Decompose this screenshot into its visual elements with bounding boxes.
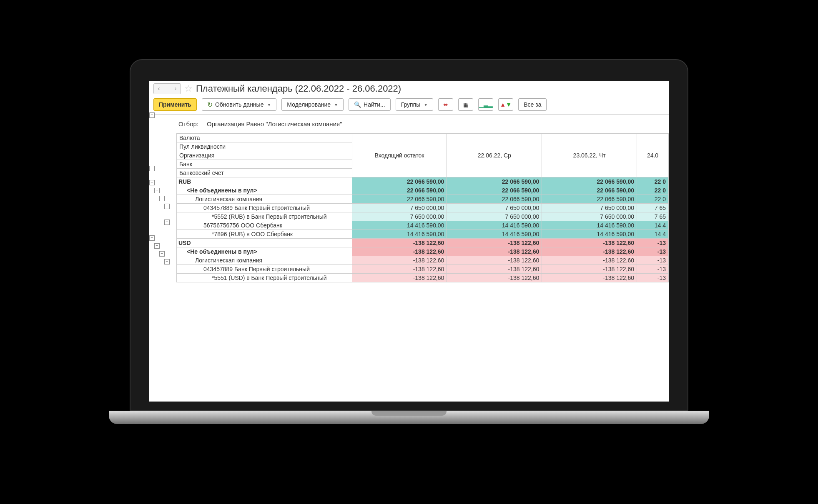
cell-value: 22 066 590,00 — [542, 177, 637, 186]
cell-value: 7 65 — [637, 212, 669, 221]
sort-arrows-icon: ▲▼ — [500, 101, 512, 108]
row-label: Логистическая компания — [177, 256, 352, 265]
hdr-pool: Пул ликвидности — [177, 142, 352, 151]
filter-text: Организация Равно "Логистическая компани… — [207, 120, 342, 127]
tree-toggle[interactable]: − — [149, 235, 155, 241]
tree-toggle[interactable]: − — [164, 204, 170, 209]
cell-value: 14 416 590,00 — [447, 221, 542, 230]
cell-value: 14 416 590,00 — [542, 230, 637, 239]
hdr-account: Банковский счет — [177, 169, 352, 177]
groups-button[interactable]: Группы ▼ — [396, 98, 434, 111]
cell-value: -13 — [637, 265, 669, 274]
cell-value: -138 122,60 — [352, 247, 447, 256]
table-row[interactable]: 043457889 Банк Первый строительный7 650 … — [177, 204, 669, 212]
all-button[interactable]: Все за — [518, 98, 547, 111]
cell-value: -138 122,60 — [542, 239, 637, 247]
chart-button[interactable]: ▁▃▂ — [478, 98, 493, 111]
cell-value: 7 650 000,00 — [447, 204, 542, 212]
row-label: 043457889 Банк Первый строительный — [177, 204, 352, 212]
hdr-bank: Банк — [177, 160, 352, 169]
chevron-down-icon: ▼ — [424, 102, 428, 107]
table-row[interactable]: <Не объединены в пул>22 066 590,0022 066… — [177, 186, 669, 195]
tree-toggle[interactable]: − — [164, 259, 170, 264]
table-row[interactable]: RUB22 066 590,0022 066 590,0022 066 590,… — [177, 177, 669, 186]
chart-bars-icon: ▁▃▂ — [479, 101, 493, 108]
chevron-down-icon: ▼ — [267, 102, 271, 107]
grid-icon: ▦ — [463, 101, 469, 108]
nav-arrows: 🡐 🡒 — [153, 83, 181, 94]
filter-label: Отбор: — [178, 120, 198, 127]
back-button[interactable]: 🡐 — [154, 84, 167, 94]
settings-1-button[interactable]: ⬌ — [438, 98, 453, 111]
titlebar: 🡐 🡒 ☆ Платежный календарь (22.06.2022 - … — [149, 81, 669, 97]
apply-button[interactable]: Применить — [153, 98, 197, 111]
all-label: Все за — [524, 101, 541, 108]
modeling-button[interactable]: Моделирование ▼ — [281, 98, 344, 111]
hdr-currency: Валюта — [177, 134, 352, 142]
tree-toggle[interactable]: − — [154, 243, 160, 249]
cell-value: -138 122,60 — [352, 265, 447, 274]
cell-value: 14 416 590,00 — [542, 221, 637, 230]
find-button[interactable]: 🔍 Найти... — [349, 98, 391, 111]
tree-toggle[interactable]: − — [159, 251, 165, 257]
laptop-frame: 🡐 🡒 ☆ Платежный календарь (22.06.2022 - … — [130, 59, 688, 445]
row-label: 56756756756 ООО Сбербанк — [177, 221, 352, 230]
tree-toggle[interactable]: − — [164, 220, 170, 225]
cell-value: 14 416 590,00 — [447, 230, 542, 239]
screen-bezel: 🡐 🡒 ☆ Платежный календарь (22.06.2022 - … — [130, 59, 688, 411]
row-label: RUB — [177, 177, 352, 186]
table-row[interactable]: *5551 (USD) в Банк Первый строительный-1… — [177, 274, 669, 282]
cell-value: 14 416 590,00 — [352, 221, 447, 230]
col-header[interactable]: 22.06.22, Ср — [447, 134, 542, 177]
cell-value: 7 65 — [637, 204, 669, 212]
table-row[interactable]: Логистическая компания-138 122,60-138 12… — [177, 256, 669, 265]
row-label: 043457889 Банк Первый строительный — [177, 265, 352, 274]
refresh-icon: ↻ — [207, 101, 213, 109]
cell-value: -138 122,60 — [542, 247, 637, 256]
cell-value: 7 650 000,00 — [447, 212, 542, 221]
table-row[interactable]: <Не объединены в пул>-138 122,60-138 122… — [177, 247, 669, 256]
col-header[interactable]: 23.06.22, Чт — [542, 134, 637, 177]
tree-toggle[interactable]: − — [149, 112, 155, 118]
filter-bar: Отбор: Организация Равно "Логистическая … — [149, 115, 669, 133]
cell-value: -13 — [637, 247, 669, 256]
table-row[interactable]: Логистическая компания22 066 590,0022 06… — [177, 195, 669, 204]
cell-value: -138 122,60 — [542, 256, 637, 265]
table-row[interactable]: 56756756756 ООО Сбербанк14 416 590,0014 … — [177, 221, 669, 230]
table-row[interactable]: USD-138 122,60-138 122,60-138 122,60-13 — [177, 239, 669, 247]
tree-toggle[interactable]: − — [149, 180, 155, 185]
cell-value: -138 122,60 — [542, 274, 637, 282]
col-header[interactable]: Входящий остаток — [352, 134, 447, 177]
cell-value: -138 122,60 — [447, 239, 542, 247]
laptop-base — [109, 411, 709, 424]
tree-toggle[interactable]: − — [159, 196, 165, 201]
cell-value: 22 0 — [637, 195, 669, 204]
refresh-label: Обновить данные — [215, 101, 264, 108]
table-row[interactable]: *5552 (RUB) в Банк Первый строительный7 … — [177, 212, 669, 221]
forward-button[interactable]: 🡒 — [167, 84, 181, 94]
row-label: <Не объединены в пул> — [177, 186, 352, 195]
shadow — [146, 428, 672, 445]
cell-value: 22 066 590,00 — [447, 186, 542, 195]
cell-value: 22 0 — [637, 177, 669, 186]
table-row[interactable]: 043457889 Банк Первый строительный-138 1… — [177, 265, 669, 274]
favorite-star-icon[interactable]: ☆ — [184, 83, 193, 94]
table-row[interactable]: *7896 (RUB) в ООО Сбербанк14 416 590,001… — [177, 230, 669, 239]
col-header[interactable]: 24.0 — [637, 134, 669, 177]
cell-value: -138 122,60 — [542, 265, 637, 274]
tree-toggle[interactable]: − — [154, 188, 160, 193]
data-grid[interactable]: Валюта Входящий остаток 22.06.22, Ср 23.… — [176, 133, 669, 282]
laptop-notch — [371, 411, 447, 416]
cell-value: 22 066 590,00 — [542, 186, 637, 195]
row-label: *7896 (RUB) в ООО Сбербанк — [177, 230, 352, 239]
cell-value: -138 122,60 — [447, 265, 542, 274]
refresh-button[interactable]: ↻ Обновить данные ▼ — [202, 98, 276, 111]
cell-value: -13 — [637, 256, 669, 265]
row-label: *5551 (USD) в Банк Первый строительный — [177, 274, 352, 282]
sort-button[interactable]: ▲▼ — [498, 98, 513, 111]
tree-toggle[interactable]: − — [149, 166, 155, 171]
cell-value: 22 066 590,00 — [352, 195, 447, 204]
cell-value: 14 416 590,00 — [352, 230, 447, 239]
row-label: <Не объединены в пул> — [177, 247, 352, 256]
table-view-button[interactable]: ▦ — [458, 98, 473, 111]
